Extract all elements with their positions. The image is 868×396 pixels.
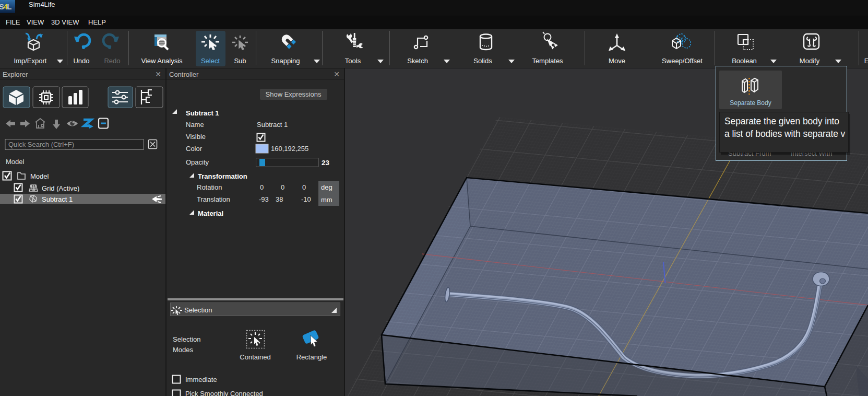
svg-text:Rectangle: Rectangle xyxy=(296,353,327,361)
svg-text:Subtract 1: Subtract 1 xyxy=(186,109,219,117)
svg-text:38: 38 xyxy=(276,195,283,203)
svg-text:Pick Smoothly Connected: Pick Smoothly Connected xyxy=(185,390,263,396)
svg-text:deg: deg xyxy=(321,183,332,191)
svg-text:0: 0 xyxy=(260,183,264,191)
svg-text:Visible: Visible xyxy=(186,133,206,141)
svg-text:160,192,255: 160,192,255 xyxy=(271,145,308,153)
svg-text:Selection: Selection xyxy=(173,335,200,343)
svg-text:0: 0 xyxy=(302,183,306,191)
svg-text:Transformation: Transformation xyxy=(198,172,247,180)
svg-text:-10: -10 xyxy=(301,195,311,203)
svg-text:23: 23 xyxy=(322,159,330,167)
svg-text:-93: -93 xyxy=(259,195,269,203)
svg-text:Selection: Selection xyxy=(184,306,212,314)
svg-text:Contained: Contained xyxy=(240,353,270,361)
svg-text:Subtract 1: Subtract 1 xyxy=(257,121,288,129)
svg-text:Modes: Modes xyxy=(173,346,194,354)
svg-text:Quick Search (Ctrl+F): Quick Search (Ctrl+F) xyxy=(8,141,74,148)
svg-text:Name: Name xyxy=(186,121,204,129)
svg-text:0: 0 xyxy=(281,183,284,191)
svg-text:Model: Model xyxy=(30,172,49,180)
svg-text:Rotation: Rotation xyxy=(197,183,222,191)
svg-text:Subtract 1: Subtract 1 xyxy=(42,195,73,203)
svg-text:Model: Model xyxy=(6,158,25,166)
svg-text:Opacity: Opacity xyxy=(186,158,209,166)
svg-text:Translation: Translation xyxy=(197,195,230,203)
svg-text:Color: Color xyxy=(186,145,203,153)
svg-text:mm: mm xyxy=(321,196,332,204)
svg-text:Grid (Active): Grid (Active) xyxy=(42,184,79,192)
svg-text:Material: Material xyxy=(198,209,223,217)
svg-text:Show Expressions: Show Expressions xyxy=(266,90,322,98)
svg-text:Immediate: Immediate xyxy=(185,376,217,383)
